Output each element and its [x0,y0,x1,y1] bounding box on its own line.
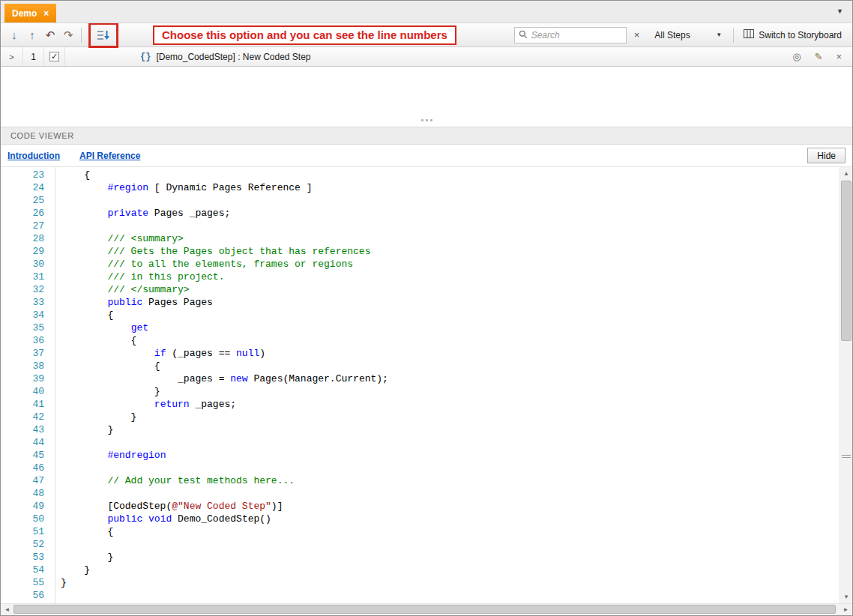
line-text: } [50,564,90,576]
hide-button[interactable]: Hide [807,148,846,163]
line-number: 55 [1,576,50,589]
storyboard-label: Switch to Storyboard [759,30,842,40]
code-line: 47 // Add your test methods here... [1,474,839,487]
scroll-up-icon[interactable]: ▲ [840,167,852,180]
scroll-left-icon[interactable]: ◄ [1,604,13,615]
line-text: } [50,576,67,589]
step-actions: ◎ ✎ × [792,51,842,62]
line-number: 44 [1,436,50,449]
code-line: 51 { [1,525,839,538]
code-line: 28 /// <summary> [1,232,839,245]
code-line: 53 } [1,551,839,564]
introduction-link[interactable]: Introduction [7,151,60,161]
search-box[interactable] [514,27,627,43]
line-text: { [50,309,113,321]
line-number: 46 [1,462,50,474]
step-main: {} [Demo_CodedStep] : New Coded Step [140,52,311,62]
code-line: 37 if (_pages == null) [1,347,839,360]
code-line: 29 /// Gets the Pages object that has re… [1,245,839,258]
tab-demo[interactable]: Demo × [4,4,56,22]
splitter-handle[interactable] [1,113,852,127]
toolbar-separator [81,28,82,43]
line-number: 56 [1,589,50,602]
vertical-scrollbar-thumb[interactable] [841,181,852,341]
code-line: 36 { [1,334,839,347]
code-line: 48 [1,487,839,500]
line-number: 23 [1,169,50,181]
horizontal-scrollbar-thumb[interactable] [13,605,836,614]
code-line: 39 _pages = new Pages(Manager.Current); [1,372,839,385]
api-reference-link[interactable]: API Reference [79,151,140,161]
tab-title: Demo [12,8,37,19]
tab-strip: Demo × ▼ [1,1,852,23]
line-number: 37 [1,347,50,360]
line-number: 50 [1,513,50,525]
line-number: 33 [1,296,50,309]
tab-close-icon[interactable]: × [43,8,49,19]
scroll-position-marker[interactable] [842,455,851,459]
show-line-numbers-icon[interactable] [94,26,112,44]
undo-icon[interactable]: ↶ [41,26,59,44]
line-number: 24 [1,181,50,194]
redo-icon[interactable]: ↷ [59,26,77,44]
splitter-dot [421,119,424,121]
code-line: 49 [CodedStep(@"New Coded Step")] [1,500,839,513]
coded-step-icon: {} [140,52,151,62]
tab-overflow-icon[interactable]: ▼ [837,7,843,15]
line-number: 35 [1,321,50,334]
code-viewer-links-bar: Introduction API Reference Hide [1,145,852,167]
line-number: 52 [1,538,50,551]
line-text: { [50,525,113,538]
line-number: 34 [1,309,50,321]
line-text: get [50,321,148,334]
code-line: 38 { [1,360,839,372]
line-text [50,220,61,232]
line-number: 51 [1,525,50,538]
app-window: Demo × ▼ ↓ ↑ ↶ ↷ Choose this option and … [0,0,853,616]
code-line: 46 [1,462,839,474]
line-text: public Pages Pages [50,296,213,309]
clear-search-icon[interactable]: × [634,29,640,40]
code-line: 50 public void Demo_CodedStep() [1,513,839,525]
line-number: 25 [1,194,50,207]
horizontal-scrollbar[interactable]: ◄ ► [1,603,852,615]
steps-filter-label: All Steps [654,30,690,40]
code-line: 43 } [1,423,839,436]
step-row[interactable]: > 1 ✓ {} [Demo_CodedStep] : New Coded St… [1,47,852,67]
step-target-icon[interactable]: ◎ [792,51,801,62]
code-line: 23 { [1,169,839,181]
line-text: /// Gets the Pages object that has refer… [50,245,370,258]
line-text: // Add your test methods here... [50,474,295,487]
move-step-down-icon[interactable]: ↓ [5,26,23,44]
code-line: 56 [1,589,839,602]
code-line: 41 return _pages; [1,398,839,411]
line-text: } [50,411,136,423]
step-label: [Demo_CodedStep] : New Coded Step [156,52,310,62]
chevron-down-icon: ▼ [716,31,722,38]
step-number: 1 [23,47,44,66]
vertical-scrollbar[interactable]: ▲ ▼ [840,167,852,603]
code-line: 30 /// to all the elements, frames or re… [1,258,839,271]
line-number: 39 [1,372,50,385]
line-text: #endregion [50,449,166,462]
search-input[interactable] [531,30,622,40]
step-expander-icon[interactable]: > [1,47,23,66]
move-step-up-icon[interactable]: ↑ [23,26,41,44]
switch-to-storyboard-button[interactable]: Switch to Storyboard [738,29,848,40]
code-line: 35 get [1,321,839,334]
code-line: 44 [1,436,839,449]
code-editor[interactable]: 23 {24 #region [ Dynamic Pages Reference… [1,167,852,603]
line-text: { [50,360,160,372]
line-text: #region [ Dynamic Pages Reference ] [50,181,312,194]
code-viewer-header: CODE VIEWER [1,127,852,145]
code-line: 42 } [1,411,839,423]
scroll-right-icon[interactable]: ► [840,604,852,615]
step-checkbox[interactable]: ✓ [49,52,59,61]
code-line: 32 /// </summary> [1,283,839,296]
step-delete-icon[interactable]: × [836,51,842,62]
scroll-down-icon[interactable]: ▼ [840,591,852,603]
code-line: 55} [1,576,839,589]
step-edit-icon[interactable]: ✎ [815,51,823,62]
steps-filter-dropdown[interactable]: All Steps ▼ [647,30,729,40]
line-text: public void Demo_CodedStep() [50,513,271,525]
